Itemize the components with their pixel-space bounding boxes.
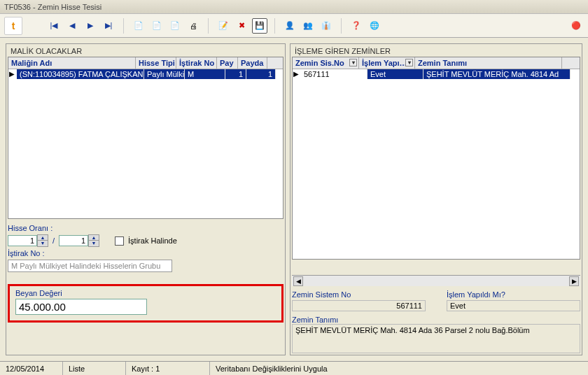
owners-grid[interactable]: Maliğin Adı Hisse Tipi İştirak No Pay Pa… — [8, 57, 284, 219]
col-hisse-tipi[interactable]: Hisse Tipi — [136, 57, 176, 69]
islem-yapildi-value: Evet — [447, 300, 580, 311]
owners-grid-header: Maliğin Adı Hisse Tipi İştirak No Pay Pa… — [8, 57, 283, 69]
col-zemin-tanimi[interactable]: Zemin Tanımı — [415, 57, 562, 69]
islem-yapildi-label: İşlem Yapıldı Mı? — [447, 290, 580, 299]
right-panel-title: İŞLEME GİREN ZEMİNLER — [292, 45, 580, 57]
istirak-halinde-checkbox[interactable] — [115, 236, 124, 246]
zemin-grid-hscroll[interactable]: ◀ ▶ — [292, 275, 580, 286]
down-icon[interactable]: ▼ — [89, 241, 99, 246]
zemin-tanim-value: ŞEHİT MEVLÜT MERİÇ Mah. 4814 Ada 36 Pars… — [292, 324, 580, 353]
zemin-grid[interactable]: Zemin Sis.No▾ İşlem Yapı…▾ Zemin Tanımı … — [292, 57, 580, 260]
cell-istirak-no: M — [185, 69, 225, 79]
print-button[interactable]: 🖨 — [186, 18, 201, 34]
app-icon: t — [4, 17, 22, 35]
istirak-no-label: İştirak No : — [8, 249, 45, 257]
cell-hisse-tipi: Paylı Mülkiye — [144, 69, 185, 79]
window-title: TF0536 - Zemin Hisse Tesisi — [4, 3, 102, 11]
dropdown-icon[interactable]: ▾ — [349, 59, 357, 66]
cell-payda: 1 — [246, 69, 276, 79]
col-istirak-no[interactable]: İştirak No — [176, 57, 217, 69]
nav-first-button[interactable]: |◀ — [46, 18, 62, 34]
beyan-degeri-box: Beyan Değeri — [8, 284, 284, 323]
hisse-b-spinner[interactable]: ▲▼ — [59, 234, 99, 247]
right-panel: İŞLEME GİREN ZEMİNLER Zemin Sis.No▾ İşle… — [290, 43, 582, 355]
main-area: MALİK OLACAKLAR Maliğin Adı Hisse Tipi İ… — [0, 38, 588, 361]
istirak-no-input[interactable]: M Paylı Mülkiyet Halindeki Hisselerin Gr… — [8, 260, 172, 272]
nav-next-button[interactable]: ▶ — [83, 18, 98, 34]
status-liste: Liste — [63, 362, 126, 375]
col-pay[interactable]: Pay — [217, 57, 238, 69]
istirak-halinde-label: İştirak Halinde — [128, 236, 177, 245]
help-button[interactable]: ❓ — [349, 18, 364, 34]
row-marker-icon: ▶ — [293, 70, 300, 78]
cell-sisno[interactable]: 567111 — [301, 69, 368, 79]
hisse-orani-label: Hisse Oranı : — [8, 224, 52, 232]
zemin-grid-body: ▶ 567111 Evet ŞEHİT MEVLÜT MERİÇ Mah. 48… — [293, 69, 580, 258]
zemin-sisno-value: 567111 — [292, 300, 426, 311]
cancel-button[interactable]: ✖ — [234, 18, 249, 34]
save-button[interactable]: 💾 — [252, 18, 267, 34]
nav-last-button[interactable]: ▶| — [101, 18, 116, 34]
beyan-degeri-input[interactable] — [15, 299, 147, 315]
beyan-label: Beyan Değeri — [15, 289, 276, 297]
scroll-right-icon[interactable]: ▶ — [569, 276, 579, 286]
up-icon[interactable]: ▲ — [89, 235, 99, 241]
edit-button[interactable]: 📝 — [216, 18, 231, 34]
row-marker-icon: ▶ — [8, 70, 15, 78]
col-zemin-sisno[interactable]: Zemin Sis.No▾ — [293, 57, 359, 69]
status-bar: 12/05/2014 Liste Kayıt : 1 Veritabanı De… — [0, 361, 588, 375]
user-tool-1[interactable]: 👤 — [282, 18, 298, 34]
doc-button-2[interactable]: 📄 — [149, 18, 164, 34]
up-icon[interactable]: ▲ — [38, 235, 48, 241]
table-row[interactable]: ▶ 567111 Evet ŞEHİT MEVLÜT MERİÇ Mah. 48… — [301, 69, 580, 79]
cell-pay: 1 — [225, 69, 246, 79]
zemin-grid-header: Zemin Sis.No▾ İşlem Yapı…▾ Zemin Tanımı — [293, 57, 580, 69]
status-message: Veritabanı Değişikliklerini Uygula — [210, 362, 588, 375]
hisse-a-spinner[interactable]: ▲▼ — [8, 234, 48, 247]
left-form: Hisse Oranı : ▲▼ / ▲▼ İştirak Halinde İş… — [8, 222, 284, 274]
hisse-b-input[interactable] — [59, 235, 88, 246]
owners-grid-body: ▶ (SN:110034895) FATMA ÇALIŞKAN : Paylı … — [8, 69, 283, 218]
doc-button-3[interactable]: 📄 — [167, 18, 183, 34]
col-islem-yapildi[interactable]: İşlem Yapı…▾ — [359, 57, 415, 69]
globe-button[interactable]: 🌐 — [367, 18, 382, 34]
col-ad[interactable]: Maliğin Adı — [8, 57, 136, 69]
status-kayit: Kayıt : 1 — [126, 362, 210, 375]
status-date: 12/05/2014 — [0, 362, 63, 375]
hisse-a-input[interactable] — [8, 235, 37, 246]
user-tool-3[interactable]: 👔 — [318, 18, 334, 34]
left-panel-title: MALİK OLACAKLAR — [8, 45, 284, 57]
down-icon[interactable]: ▼ — [38, 241, 48, 246]
cell-islem: Evet — [368, 69, 424, 79]
nav-prev-button[interactable]: ◀ — [64, 18, 80, 34]
zemin-tanim-label: Zemin Tanımı — [292, 316, 338, 324]
table-row[interactable]: ▶ (SN:110034895) FATMA ÇALIŞKAN : Paylı … — [17, 69, 283, 79]
title-bar: TF0536 - Zemin Hisse Tesisi — [0, 0, 588, 14]
col-payda[interactable]: Payda — [238, 57, 267, 69]
zemin-sisno-label: Zemin Sistem No — [292, 290, 426, 299]
close-button[interactable]: 🔴 — [568, 18, 584, 34]
scroll-left-icon[interactable]: ◀ — [293, 276, 303, 286]
right-fields: Zemin Sistem No 567111 İşlem Yapıldı Mı?… — [292, 290, 580, 353]
cell-tanim: ŞEHİT MEVLÜT MERİÇ Mah. 4814 Ad — [424, 69, 570, 79]
user-tool-2[interactable]: 👥 — [300, 18, 316, 34]
toolbar: t |◀ ◀ ▶ ▶| 📄 📄 📄 🖨 📝 ✖ 💾 👤 👥 👔 ❓ 🌐 🔴 — [0, 14, 588, 38]
doc-button-1[interactable]: 📄 — [131, 18, 146, 34]
dropdown-icon[interactable]: ▾ — [405, 59, 413, 66]
left-panel: MALİK OLACAKLAR Maliğin Adı Hisse Tipi İ… — [6, 43, 286, 355]
cell-ad: (SN:110034895) FATMA ÇALIŞKAN : — [17, 69, 144, 79]
